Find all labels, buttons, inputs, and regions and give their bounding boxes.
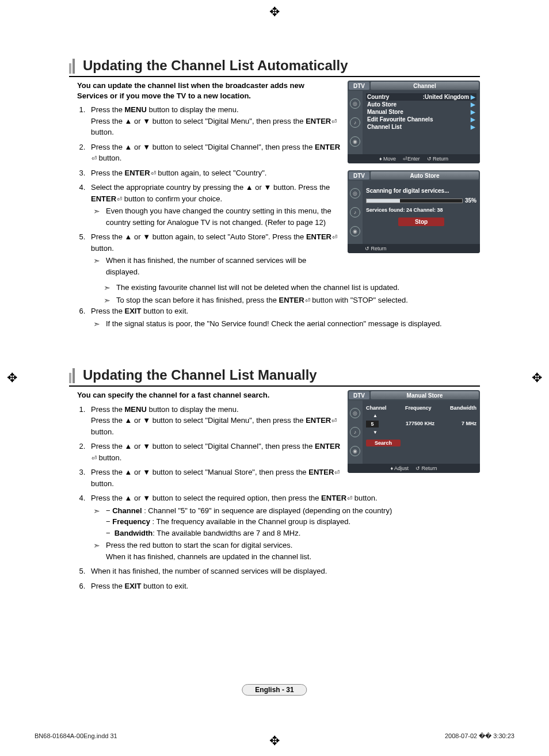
print-footer: BN68-01684A-00Eng.indd 31 2008-07-02 �� … bbox=[35, 732, 514, 740]
footer-adjust: ♦ Adjust bbox=[390, 465, 409, 471]
footer-return: ↺ Return bbox=[427, 156, 449, 162]
arrow-down-icon: ▼ bbox=[373, 430, 476, 435]
registration-mark-icon: ✥ bbox=[7, 372, 17, 384]
footer-return: ↺ Return bbox=[365, 246, 387, 251]
s2-step-1: Press the MENU button to display the men… bbox=[87, 404, 342, 438]
s2-step4-note1: − Channel : Channel "5" to "69" in seque… bbox=[91, 505, 480, 539]
menu-row-autostore[interactable]: Auto Store ▶ bbox=[366, 101, 476, 108]
enter-icon: ⏎ bbox=[117, 194, 122, 204]
section2-steps-cont: Press the ▲ or ▼ button to select the re… bbox=[77, 492, 480, 591]
progress-bar bbox=[366, 198, 463, 203]
dtv-tag: DTV bbox=[349, 82, 369, 90]
osd-title: Auto Store bbox=[371, 171, 479, 180]
enter-icon: ⏎ bbox=[332, 232, 337, 242]
channel-icon: ◉ bbox=[350, 136, 360, 147]
val-channel[interactable]: 5 bbox=[366, 421, 379, 427]
picture-icon: ◎ bbox=[350, 98, 360, 109]
val-freq: 177500 bbox=[406, 421, 423, 426]
arrow-right-icon: ▶ bbox=[471, 124, 475, 130]
footer-left: BN68-01684A-00Eng.indd 31 bbox=[35, 732, 117, 740]
osd-title: Manual Store bbox=[371, 391, 479, 399]
arrow-up-icon: ▲ bbox=[373, 413, 476, 418]
sound-icon: ♪ bbox=[350, 207, 360, 217]
s2-step-3: Press the ▲ or ▼ button to select "Manua… bbox=[87, 467, 342, 489]
section1-steps: Press the MENU button to display the men… bbox=[77, 104, 342, 277]
stop-button[interactable]: Stop bbox=[398, 217, 444, 226]
arrow-right-icon: ▶ bbox=[471, 116, 475, 123]
col-bandwidth: Bandwidth bbox=[450, 405, 476, 411]
dtv-tag: DTV bbox=[349, 171, 369, 180]
menu-row-favourites[interactable]: Edit Favourite Channels ▶ bbox=[366, 116, 476, 123]
section2-steps: Press the MENU button to display the men… bbox=[77, 404, 342, 490]
osd-footer: ♦ Adjust ↺ Return bbox=[348, 464, 480, 473]
title-underline bbox=[69, 76, 480, 77]
val-bw: 7 bbox=[462, 421, 464, 426]
osd-main: Country :United Kingdom ▶ Auto Store ▶ M… bbox=[363, 91, 480, 154]
progress-pct: 35% bbox=[465, 197, 476, 204]
enter-icon: ⏎ bbox=[331, 117, 337, 127]
enter-icon: ⏎ bbox=[92, 154, 97, 163]
arrow-right-icon: ▶ bbox=[471, 94, 475, 100]
s2-step-5: When it has finished, the number of scan… bbox=[87, 566, 480, 577]
osd-footer: ♦ Move ⏎Enter ↺ Return bbox=[348, 154, 480, 163]
step-1: Press the MENU button to display the men… bbox=[87, 104, 342, 138]
menu-row-manualstore[interactable]: Manual Store ▶ bbox=[366, 108, 476, 116]
title-bar-icon bbox=[69, 368, 76, 383]
arrow-right-icon: ▶ bbox=[471, 109, 475, 115]
title-underline bbox=[69, 385, 480, 387]
osd-title: Channel bbox=[371, 82, 479, 90]
section1-steps-cont: Press the EXIT button to exit. If the si… bbox=[77, 306, 480, 329]
osd-sidebar: ◎ ♪ ◉ bbox=[348, 91, 363, 154]
picture-icon: ◎ bbox=[350, 408, 360, 418]
menu-row-country[interactable]: Country :United Kingdom ▶ bbox=[366, 93, 476, 101]
services-found: Services found: 24 Channel: 38 bbox=[366, 207, 476, 213]
sound-icon: ♪ bbox=[350, 117, 360, 128]
footer-enter: ⏎Enter bbox=[403, 156, 420, 162]
osd-autostore: DTV Auto Store ◎ ♪ ◉ Scanning for digita… bbox=[348, 170, 480, 253]
step-5-note2: The existing favourite channel list will… bbox=[101, 282, 480, 293]
step-3: Press the ENTER⏎ button again, to select… bbox=[87, 167, 342, 179]
osd-footer: ↺ Return bbox=[348, 244, 480, 253]
col-frequency: Frequency bbox=[405, 405, 432, 411]
scanning-text: Scanning for digital services... bbox=[366, 188, 476, 194]
enter-icon: ⏎ bbox=[92, 453, 97, 463]
step-5-note3: To stop the scan before it has finished,… bbox=[101, 295, 480, 306]
enter-icon: ⏎ bbox=[347, 494, 352, 503]
progress-fill bbox=[367, 199, 400, 203]
search-button[interactable]: Search bbox=[366, 440, 401, 446]
dtv-tag: DTV bbox=[349, 391, 369, 399]
footer-right: 2008-07-02 �� 3:30:23 bbox=[445, 732, 514, 740]
page-number: English - 31 bbox=[242, 684, 307, 696]
title-bar-icon bbox=[69, 59, 76, 74]
arrow-right-icon: ▶ bbox=[471, 101, 475, 108]
channel-icon: ◉ bbox=[350, 226, 360, 236]
col-channel: Channel bbox=[366, 405, 387, 411]
step-5-note1: When it has finished, the number of scan… bbox=[91, 255, 342, 277]
footer-move: ♦ Move bbox=[379, 156, 396, 162]
sound-icon: ♪ bbox=[350, 427, 360, 437]
step-6: Press the EXIT button to exit. If the si… bbox=[87, 306, 480, 329]
s2-step-6: Press the EXIT button to exit. bbox=[87, 581, 480, 592]
menu-row-channellist[interactable]: Channel List ▶ bbox=[366, 123, 476, 131]
section1-title: Updating the Channel List Automatically bbox=[83, 58, 348, 74]
s2-step-4: Press the ▲ or ▼ button to select the re… bbox=[87, 492, 480, 562]
picture-icon: ◎ bbox=[350, 188, 360, 198]
section1-intro: You can update the channel list when the… bbox=[77, 81, 330, 101]
footer-return: ↺ Return bbox=[415, 465, 437, 471]
osd-sidebar: ◎ ♪ ◉ bbox=[348, 181, 363, 244]
s2-step4-note2: Press the red button to start the scan f… bbox=[91, 540, 480, 562]
step-4-note: Even though you have changed the country… bbox=[91, 205, 342, 228]
osd-channel-menu: DTV Channel ◎ ♪ ◉ Country :United King bbox=[348, 81, 480, 163]
enter-icon: ⏎ bbox=[334, 468, 340, 478]
registration-mark-icon: ✥ bbox=[269, 6, 280, 18]
section2-intro: You can specify the channel for a fast c… bbox=[77, 390, 330, 400]
step-4: Select the appropriate country by pressi… bbox=[87, 182, 342, 228]
enter-icon: ⏎ bbox=[331, 416, 337, 426]
enter-icon: ⏎ bbox=[151, 169, 156, 178]
step-6-note: If the signal status is poor, the "No Se… bbox=[91, 318, 480, 330]
s2-step-2: Press the ▲ or ▼ button to select "Digit… bbox=[87, 441, 342, 463]
osd-manualstore: DTV Manual Store ◎ ♪ ◉ Channel Frequen bbox=[348, 390, 480, 473]
section2-title: Updating the Channel List Manually bbox=[83, 367, 317, 383]
channel-icon: ◉ bbox=[350, 446, 360, 456]
enter-icon: ⏎ bbox=[305, 296, 310, 306]
